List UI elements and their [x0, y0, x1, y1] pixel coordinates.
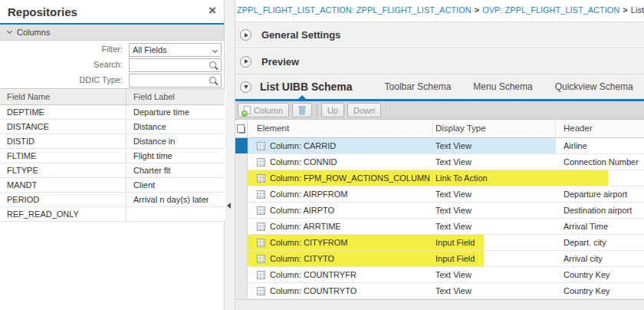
- section-preview: Preview: [235, 49, 644, 74]
- field-row[interactable]: DEPTIME Departure time: [0, 105, 225, 120]
- column-icon: [257, 158, 265, 167]
- row-selector[interactable]: [235, 235, 248, 250]
- expand-icon[interactable]: [240, 56, 251, 68]
- element-cell: Column: AIRPTO: [248, 203, 433, 218]
- move-up-label: Up: [327, 106, 338, 115]
- search-icon[interactable]: [209, 77, 218, 85]
- display-type-cell: Text View: [433, 267, 556, 282]
- header-cell: Connection Number: [556, 154, 644, 170]
- section-general-settings: General Settings: [235, 21, 644, 48]
- select-all-cell[interactable]: [235, 120, 248, 137]
- tab-menu-schema[interactable]: Menu Schema: [473, 81, 532, 92]
- fields-table: Field Name Field Label DEPTIME Departure…: [0, 88, 225, 222]
- table-row[interactable]: Column: CITYTO Input Field Arrival city: [235, 251, 644, 267]
- field-row[interactable]: FLTYPE Charter flt: [0, 163, 225, 178]
- filter-select[interactable]: All Fields: [129, 43, 222, 57]
- column-icon: [257, 190, 265, 199]
- display-type-cell: Text View: [433, 283, 556, 298]
- table-row[interactable]: Column: AIRPTO Text View Destination air…: [235, 203, 644, 219]
- ddic-type-row: DDIC Type:: [0, 74, 224, 87]
- ddic-type-label: DDIC Type:: [0, 75, 123, 84]
- schema-toolbar: Column Up Down: [235, 101, 644, 120]
- row-selector[interactable]: [235, 186, 248, 202]
- tab-quickview-schema[interactable]: Quickview Schema: [555, 81, 633, 92]
- field-row[interactable]: REF_READ_ONLY: [0, 207, 225, 222]
- table-row[interactable]: Column: ARRTIME Text View Arrival Time: [235, 219, 644, 235]
- table-row[interactable]: Column: AIRPFROM Text View Departure air…: [235, 186, 644, 203]
- row-selector[interactable]: [235, 251, 248, 266]
- display-type-cell: Text View: [433, 186, 556, 202]
- close-icon[interactable]: ×: [209, 3, 216, 18]
- panel-splitter[interactable]: [225, 0, 235, 310]
- table-footer-area: [235, 299, 644, 310]
- expand-icon[interactable]: [240, 29, 251, 41]
- filter-row: Filter: All Fields: [0, 43, 224, 57]
- ddic-type-input[interactable]: [129, 74, 222, 87]
- display-type-cell: Text View: [433, 203, 556, 218]
- display-type-cell: Text View: [433, 138, 556, 153]
- element-label: Column: COUNTRYFR: [270, 270, 356, 279]
- delete-button[interactable]: [292, 103, 312, 117]
- row-selector[interactable]: [235, 203, 248, 218]
- field-row[interactable]: DISTID Distance in: [0, 134, 225, 149]
- add-column-button[interactable]: Column: [238, 103, 289, 117]
- move-up-button[interactable]: Up: [321, 103, 344, 117]
- header-cell: Country Key: [556, 283, 644, 298]
- field-label-cell: Distance in: [127, 134, 225, 148]
- table-row[interactable]: Column: CONNID Text View Connection Numb…: [235, 154, 644, 170]
- breadcrumb-separator: >: [619, 5, 631, 15]
- row-selector[interactable]: [235, 170, 248, 186]
- collapse-icon[interactable]: [240, 81, 251, 93]
- breadcrumb: ZPPL_FLIGHT_LIST_ACTION: ZPPL_FLIGHT_LIS…: [237, 0, 644, 21]
- element-label: Column: ARRTIME: [270, 222, 341, 231]
- table-row[interactable]: Column: CITYFROM Input Field Depart. cit…: [235, 235, 644, 251]
- element-label: Column: CITYFROM: [270, 238, 347, 247]
- field-name-column-header: Field Name: [0, 89, 127, 104]
- row-selector[interactable]: [235, 219, 248, 234]
- search-icon[interactable]: [209, 61, 218, 70]
- schema-table-body: Column: CARRID Text View Airline Column:…: [235, 138, 644, 299]
- row-selector[interactable]: [235, 138, 248, 153]
- element-label: Column: AIRPFROM: [270, 190, 347, 199]
- search-row: Search:: [0, 58, 224, 72]
- collapse-panel-icon[interactable]: [227, 203, 231, 209]
- column-icon: [257, 255, 265, 263]
- main-configuration-area: ZPPL_FLIGHT_LIST_ACTION: ZPPL_FLIGHT_LIS…: [235, 0, 644, 310]
- table-row[interactable]: Column: COUNTRYFR Text View Country Key: [235, 267, 644, 283]
- breadcrumb-item[interactable]: OVP: ZPPL_FLIGHT_LIST_ACTION: [482, 5, 619, 15]
- header-cell: Destination airport: [556, 203, 644, 218]
- field-row[interactable]: FLTIME Flight time: [0, 149, 225, 163]
- row-selector[interactable]: [235, 283, 248, 298]
- display-type-cell: Text View: [433, 154, 556, 170]
- chevron-down-icon: [7, 28, 12, 34]
- field-row[interactable]: MANDT Client: [0, 178, 225, 193]
- field-row[interactable]: PERIOD Arrival n day(s) later: [0, 193, 225, 207]
- element-cell: Column: FPM_ROW_ACTIONS_COLUMN: [248, 170, 433, 186]
- element-label: Column: CARRID: [270, 141, 336, 150]
- row-selector[interactable]: [235, 267, 248, 282]
- field-label-cell: Charter flt: [127, 163, 225, 177]
- element-label: Column: COUNTRYTO: [270, 286, 356, 295]
- tab-list-uibb-schema[interactable]: List UIBB Schema: [260, 81, 353, 93]
- header-column-header: Header: [556, 120, 644, 137]
- display-type-cell: Link To Action: [433, 170, 556, 186]
- display-type-column-header: Display Type: [433, 120, 556, 137]
- column-icon: [257, 287, 265, 295]
- search-input[interactable]: [129, 58, 222, 72]
- row-selector[interactable]: [235, 154, 248, 170]
- field-name-cell: DISTANCE: [0, 120, 127, 134]
- tab-toolbar-schema[interactable]: Toolbar Schema: [385, 81, 452, 92]
- header-cell: Arrival Time: [556, 219, 644, 234]
- field-label-cell: Client: [127, 178, 225, 192]
- element-cell: Column: CITYFROM: [248, 235, 433, 250]
- field-row[interactable]: DISTANCE Distance: [0, 120, 225, 134]
- field-label-cell: Departure time: [127, 105, 225, 119]
- move-down-button[interactable]: Down: [347, 103, 381, 117]
- table-row[interactable]: Column: COUNTRYTO Text View Country Key: [235, 283, 644, 299]
- columns-section-header[interactable]: Columns: [0, 25, 224, 41]
- breadcrumb-item[interactable]: ZPPL_FLIGHT_LIST_ACTION: ZPPL_FLIGHT_LIS…: [237, 5, 472, 15]
- field-label-cell: Flight time: [127, 149, 225, 163]
- triangle-down-icon: [244, 85, 248, 89]
- table-row[interactable]: Column: CARRID Text View Airline: [235, 138, 644, 154]
- table-row[interactable]: Column: FPM_ROW_ACTIONS_COLUMN Link To A…: [235, 170, 644, 186]
